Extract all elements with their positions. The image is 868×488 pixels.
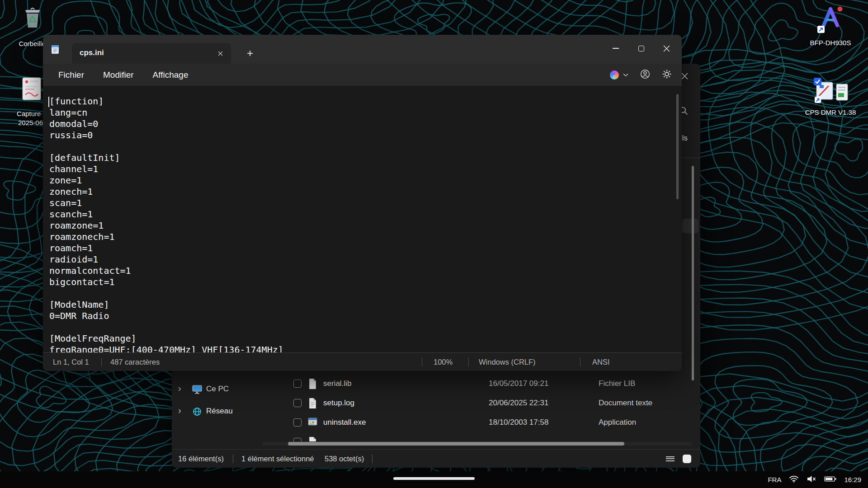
- file-type: Document texte: [599, 399, 652, 408]
- menu-modifier[interactable]: Modifier: [94, 67, 143, 83]
- maximize-button[interactable]: [628, 39, 654, 58]
- bfp-shortcut-icon[interactable]: [817, 5, 844, 35]
- screenshot-file-icon[interactable]: [22, 77, 42, 103]
- window-controls: [603, 37, 679, 60]
- file-icon: [308, 398, 317, 411]
- explorer-status-bar: 16 élément(s) 1 élément sélectionné 538 …: [172, 449, 700, 468]
- keyboard-language-indicator[interactable]: FRA: [768, 476, 781, 483]
- cursor-position: Ln 1, Col 1: [53, 353, 89, 371]
- close-button[interactable]: [654, 39, 679, 58]
- account-icon: [640, 69, 650, 79]
- desktop: Corbeille Capture d 2025-06- BFP-DH930S: [0, 0, 868, 488]
- volume-muted-icon[interactable]: [807, 475, 816, 485]
- menu-fichier[interactable]: Fichier: [49, 67, 93, 83]
- file-type: Fichier LIB: [599, 379, 635, 388]
- sidebar-item-reseau[interactable]: › Réseau: [172, 404, 289, 420]
- close-icon: [681, 73, 688, 80]
- selection-count: 1 élément sélectionné: [241, 450, 314, 468]
- maximize-icon: [638, 46, 644, 52]
- items-count: 16 élément(s): [178, 450, 224, 468]
- explorer-vertical-scrollbar[interactable]: [692, 166, 694, 380]
- recycle-bin-icon[interactable]: [19, 4, 46, 33]
- editor-area[interactable]: [function] lang=cn domodal=0 russia=0 [d…: [43, 86, 682, 352]
- file-icon: [308, 436, 317, 441]
- horizontal-scrollbar-thumb[interactable]: [288, 442, 624, 446]
- application-icon: [308, 417, 317, 428]
- taskbar: FRA: [0, 471, 868, 488]
- file-name: setup.log: [323, 399, 354, 408]
- screenshot-thumbnail-glyph: [22, 77, 42, 101]
- taskbar-system-tray: FRA: [768, 471, 861, 488]
- tab-cps-ini[interactable]: cps.ini: [72, 43, 231, 64]
- minimize-button[interactable]: [603, 39, 628, 58]
- clock[interactable]: 16:29: [844, 476, 861, 483]
- details-view-icon: [666, 455, 675, 462]
- chevron-right-icon[interactable]: ›: [178, 383, 181, 394]
- zoom-level[interactable]: 100%: [434, 353, 453, 371]
- character-count: 487 caractères: [110, 353, 160, 371]
- notepad-window: cps.ini +: [43, 35, 682, 371]
- row-checkbox[interactable]: [293, 399, 302, 407]
- computer-icon: [192, 385, 203, 396]
- status-divider: [101, 358, 102, 366]
- wifi-icon[interactable]: [789, 475, 799, 484]
- row-checkbox[interactable]: [293, 380, 302, 388]
- menu-affichage[interactable]: Affichage: [144, 67, 198, 83]
- status-divider: [422, 358, 422, 366]
- encoding[interactable]: ANSI: [592, 353, 610, 371]
- explorer-partial-control: [682, 219, 698, 233]
- chevron-down-icon: [623, 73, 628, 77]
- sidebar-item-label: Ce PC: [206, 385, 229, 394]
- large-icons-view-button[interactable]: [679, 451, 694, 466]
- notepad-tab-bar: cps.ini +: [43, 35, 682, 64]
- taskbar-handle[interactable]: [393, 477, 475, 480]
- network-icon: [192, 407, 203, 418]
- line-ending[interactable]: Windows (CRLF): [479, 353, 536, 371]
- tab-title: cps.ini: [80, 48, 104, 57]
- row-checkbox[interactable]: [293, 438, 302, 441]
- minimize-icon: [613, 48, 619, 49]
- copilot-button[interactable]: [610, 70, 628, 80]
- copilot-icon: [610, 70, 619, 80]
- status-divider: [233, 455, 233, 463]
- cps-shortcut-label[interactable]: CPS DMR V1.38: [799, 108, 862, 116]
- tab-close-button[interactable]: [215, 48, 226, 59]
- table-row-partial[interactable]: [172, 432, 691, 441]
- editor-text[interactable]: [function] lang=cn domodal=0 russia=0 [d…: [43, 86, 682, 352]
- file-name: serial.lib: [323, 379, 351, 388]
- sidebar-item-label: Réseau: [206, 407, 233, 416]
- cps-shortcut-icon[interactable]: [814, 78, 849, 106]
- file-modified: 20/06/2025 22:31: [489, 399, 548, 408]
- status-divider: [468, 358, 469, 366]
- gear-icon: [662, 69, 672, 79]
- details-view-button[interactable]: [663, 451, 677, 466]
- bfp-shortcut-label[interactable]: BFP-DH930S: [799, 39, 862, 47]
- new-tab-button[interactable]: +: [243, 47, 257, 60]
- settings-button[interactable]: [662, 69, 672, 81]
- battery-icon[interactable]: [824, 476, 836, 484]
- file-icon: [308, 378, 317, 391]
- menu-bar-right-icons: [610, 64, 672, 86]
- editor-scrollbar-thumb[interactable]: [676, 94, 679, 199]
- account-button[interactable]: [640, 69, 650, 81]
- notepad-status-bar: Ln 1, Col 1 487 caractères 100% Windows …: [43, 352, 682, 371]
- chevron-right-icon[interactable]: ›: [178, 405, 181, 416]
- close-icon: [218, 51, 223, 56]
- row-checkbox[interactable]: [293, 418, 302, 427]
- sidebar-item-ce-pc[interactable]: › Ce PC: [172, 381, 289, 398]
- text-caret: [48, 97, 49, 107]
- bfp-logo-glyph: [817, 5, 844, 33]
- status-divider: [372, 455, 373, 463]
- large-icons-view-icon: [683, 455, 691, 463]
- file-modified: 16/05/2017 09:21: [489, 379, 548, 388]
- file-type: Application: [599, 418, 636, 427]
- file-modified: 18/10/2003 17:58: [489, 418, 548, 427]
- close-icon: [663, 45, 670, 52]
- recycle-bin-glyph: [19, 4, 46, 31]
- notepad-menu-bar: Fichier Modifier Affichage: [43, 64, 682, 86]
- selection-size: 538 octet(s): [325, 450, 364, 468]
- notepad-app-icon: [50, 44, 60, 56]
- cps-app-glyph: [814, 78, 849, 104]
- file-name: uninstall.exe: [323, 418, 366, 427]
- status-divider: [580, 358, 580, 366]
